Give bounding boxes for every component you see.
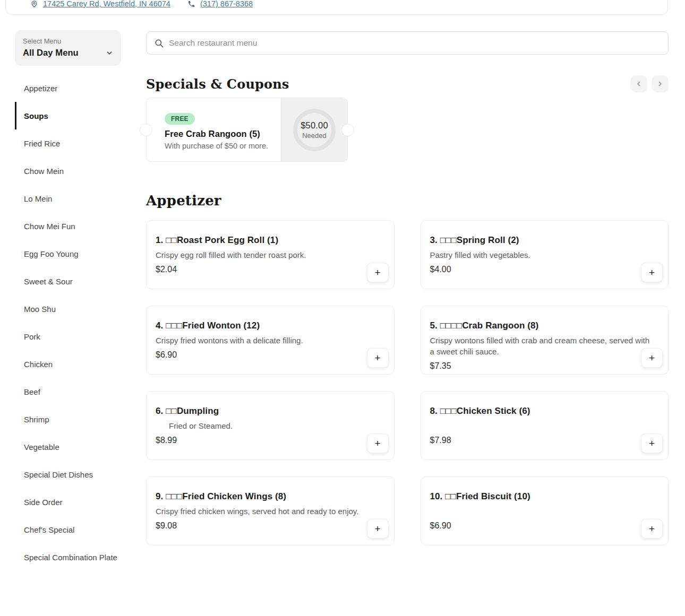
location-icon [30,0,38,8]
address-link[interactable]: 17425 Carey Rd, Westfield, IN 46074 [43,0,170,8]
sidebar-category-item[interactable]: Chow Mei Fun [15,212,121,240]
sidebar-category-item[interactable]: Soups [15,102,121,129]
sidebar-category-label: Special Combination Plate [24,553,117,562]
sidebar-category-item[interactable]: Pork [15,323,121,350]
add-to-cart-button[interactable]: + [367,519,389,539]
amount-needed-ring: $50.00 Needed [293,109,336,151]
menu-item-card[interactable]: 3. □□□Spring Roll (2) Pastry filled with… [421,220,669,289]
add-to-cart-button[interactable]: + [641,519,663,539]
add-to-cart-button[interactable]: + [367,263,389,282]
phone-link[interactable]: (317) 867-8368 [200,0,253,8]
coupon-title: Free Crab Rangoon (5) [165,129,281,139]
sidebar-category-item[interactable]: Moo Shu [15,295,121,323]
search-input[interactable] [169,38,661,48]
sidebar-category-label: Chow Mein [24,167,64,176]
sidebar-category-label: Sweet & Sour [24,277,73,286]
menu-item-price: $6.90 [430,520,660,532]
sidebar-category-label: Fried Rice [24,139,60,148]
sidebar-category-label: Shrimp [24,415,49,424]
coupon-details: FREE Free Crab Rangoon (5) With purchase… [147,98,281,161]
menu-item-description: Crispy fried chicken wings, served hot a… [156,506,379,517]
menu-search-bar[interactable] [146,31,669,55]
menu-item-name: 3. □□□Spring Roll (2) [430,233,660,247]
category-list: Appetizer Soups Fried Rice Chow Mein Lo … [15,74,121,571]
menu-item-description: Crispy wontons filled with crab and crea… [430,335,653,357]
sidebar-category-label: Chef's Special [24,525,74,534]
menu-item-price: $7.35 [430,360,660,372]
coupon-progress-panel: $50.00 Needed [281,98,347,161]
sidebar-category-item[interactable]: Egg Foo Young [15,240,121,267]
sidebar-category-item[interactable]: Fried Rice [15,129,121,157]
chevron-left-icon [636,81,642,87]
sidebar-category-item[interactable]: Special Diet Dishes [15,461,121,488]
menu-item-card[interactable]: 6. □□Dumpling Fried or Steamed. $8.99 + [146,391,395,460]
menu-items-grid: 1. □□Roast Pork Egg Roll (1) Crispy egg … [146,220,669,545]
menu-select-label: Select Menu [23,37,113,45]
selected-menu-value: All Day Menu [23,48,79,58]
add-to-cart-button[interactable]: + [641,433,663,453]
menu-item-description [430,420,653,431]
menu-item-name: 5. □□□□Crab Rangoon (8) [430,319,660,332]
menu-item-description: Crispy egg roll filled with tender roast… [156,249,379,261]
amount-needed-label: Needed [302,132,327,140]
menu-item-card[interactable]: 4. □□□Fried Wonton (12) Crispy fried won… [146,306,395,375]
menu-item-name: 10. □□Fried Biscuit (10) [430,490,660,503]
menu-item-card[interactable]: 9. □□□Fried Chicken Wings (8) Crispy fri… [146,476,395,545]
menu-item-card[interactable]: 8. □□□Chicken Stick (6) $7.98 + [421,391,669,460]
menu-item-description: Pastry filled with vegetables. [430,249,653,261]
menu-item-card[interactable]: 5. □□□□Crab Rangoon (8) Crispy wontons f… [421,306,669,375]
menu-section-title: Appetizer [146,193,669,209]
specials-title: Specials & Coupons [146,76,289,92]
sidebar-category-label: Vegetable [24,443,59,452]
sidebar-category-item[interactable]: Chef's Special [15,516,121,543]
sidebar-category-item[interactable]: Lo Mein [15,185,121,212]
coupon-notch-right [341,124,354,136]
carousel-next-button[interactable] [652,75,669,92]
menu-item-description: Fried or Steamed. [156,420,379,431]
sidebar-category-item[interactable]: Chow Mein [15,157,121,185]
sidebar-category-item[interactable]: Vegetable [15,433,121,461]
menu-item-name: 1. □□Roast Pork Egg Roll (1) [156,233,385,247]
sidebar-category-item[interactable]: Shrimp [15,405,121,433]
menu-item-price: $9.08 [156,520,385,532]
menu-item-card[interactable]: 1. □□Roast Pork Egg Roll (1) Crispy egg … [146,220,395,289]
sidebar-category-label: Appetizer [24,84,57,93]
carousel-prev-button[interactable] [630,75,647,92]
search-icon [154,38,164,48]
chevron-down-icon [106,49,113,57]
sidebar-category-item[interactable]: Special Combination Plate [15,543,121,571]
add-to-cart-button[interactable]: + [367,348,389,368]
sidebar-category-item[interactable]: Side Order [15,488,121,516]
sidebar-category-item[interactable]: Sweet & Sour [15,267,121,295]
category-sidebar: Select Menu All Day Menu Appetizer Soups… [15,30,121,571]
menu-select-dropdown[interactable]: Select Menu All Day Menu [15,30,121,66]
sidebar-category-label: Lo Mein [24,194,52,203]
menu-item-card[interactable]: 10. □□Fried Biscuit (10) $6.90 + [421,476,669,545]
menu-item-name: 9. □□□Fried Chicken Wings (8) [156,490,385,503]
menu-item-price: $7.98 [430,435,660,446]
sidebar-category-item[interactable]: Appetizer [15,74,121,102]
menu-item-description [430,506,653,517]
menu-item-name: 8. □□□Chicken Stick (6) [430,404,660,418]
sidebar-category-label: Pork [24,332,40,341]
add-to-cart-button[interactable]: + [641,348,663,368]
sidebar-category-label: Special Diet Dishes [24,470,93,479]
menu-item-name: 6. □□Dumpling [156,404,385,418]
coupon-notch-left [140,124,152,136]
sidebar-category-label: Moo Shu [24,305,56,314]
menu-item-price: $8.99 [156,435,385,446]
sidebar-category-label: Soups [24,111,48,120]
menu-item-price: $2.04 [156,264,385,275]
sidebar-category-item[interactable]: Chicken [15,350,121,378]
add-to-cart-button[interactable]: + [367,433,389,453]
menu-item-price: $6.90 [156,349,385,361]
sidebar-category-item[interactable]: Beef [15,378,121,405]
menu-item-price: $4.00 [430,264,660,275]
sidebar-category-label: Side Order [24,498,63,507]
add-to-cart-button[interactable]: + [641,263,663,282]
coupon-card[interactable]: FREE Free Crab Rangoon (5) With purchase… [146,98,348,162]
phone-icon [187,0,195,8]
sidebar-category-label: Beef [24,387,40,396]
amount-needed-value: $50.00 [301,120,328,131]
menu-item-name: 4. □□□Fried Wonton (12) [156,319,385,332]
